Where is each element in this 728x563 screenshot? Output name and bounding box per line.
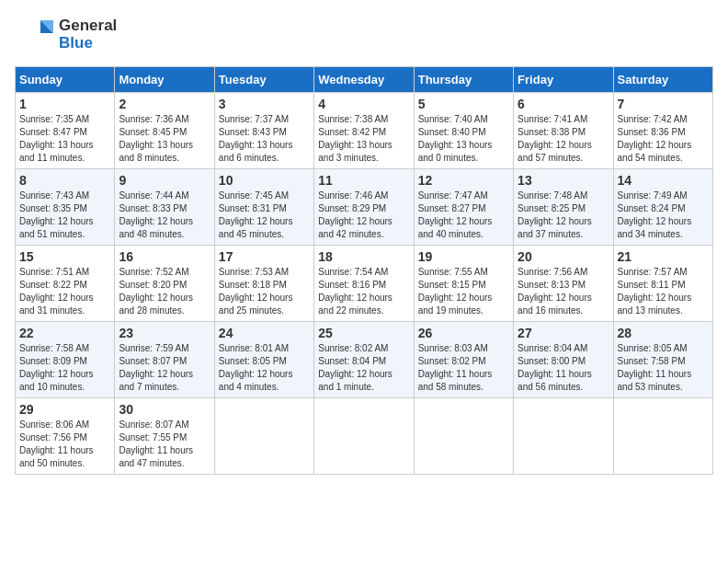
day-cell: 1Sunrise: 7:35 AMSunset: 8:47 PMDaylight… (16, 93, 115, 169)
day-number: 4 (318, 97, 409, 111)
day-cell: 23Sunrise: 7:59 AMSunset: 8:07 PMDayligh… (115, 322, 214, 398)
day-number: 22 (19, 326, 110, 340)
day-cell: 28Sunrise: 8:05 AMSunset: 7:58 PMDayligh… (613, 322, 712, 398)
col-header-thursday: Thursday (414, 67, 513, 93)
day-info: Sunrise: 7:57 AMSunset: 8:11 PMDaylight:… (618, 266, 709, 317)
day-cell: 15Sunrise: 7:51 AMSunset: 8:22 PMDayligh… (16, 246, 115, 322)
day-cell: 5Sunrise: 7:40 AMSunset: 8:40 PMDaylight… (414, 93, 513, 169)
day-number: 10 (219, 173, 310, 188)
day-number: 15 (19, 249, 110, 264)
day-cell (613, 398, 712, 475)
day-info: Sunrise: 7:51 AMSunset: 8:22 PMDaylight:… (19, 266, 110, 317)
day-info: Sunrise: 7:56 AMSunset: 8:13 PMDaylight:… (518, 266, 609, 317)
day-info: Sunrise: 7:53 AMSunset: 8:18 PMDaylight:… (219, 266, 310, 317)
logo-text: GeneralBlue (59, 17, 117, 52)
day-number: 3 (219, 97, 310, 111)
day-number: 6 (518, 97, 609, 111)
day-cell: 9Sunrise: 7:44 AMSunset: 8:33 PMDaylight… (115, 169, 214, 246)
week-row-4: 22Sunrise: 7:58 AMSunset: 8:09 PMDayligh… (16, 322, 713, 398)
day-cell: 10Sunrise: 7:45 AMSunset: 8:31 PMDayligh… (214, 169, 313, 246)
day-number: 21 (618, 249, 709, 264)
col-header-friday: Friday (514, 67, 613, 93)
day-number: 11 (318, 173, 409, 188)
day-cell: 27Sunrise: 8:04 AMSunset: 8:00 PMDayligh… (514, 322, 613, 398)
day-cell: 16Sunrise: 7:52 AMSunset: 8:20 PMDayligh… (115, 246, 214, 322)
day-info: Sunrise: 7:42 AMSunset: 8:36 PMDaylight:… (618, 113, 709, 165)
day-cell: 25Sunrise: 8:02 AMSunset: 8:04 PMDayligh… (314, 322, 414, 398)
day-cell: 30Sunrise: 8:07 AMSunset: 7:55 PMDayligh… (115, 398, 214, 475)
day-number: 25 (318, 326, 409, 340)
week-row-3: 15Sunrise: 7:51 AMSunset: 8:22 PMDayligh… (16, 246, 713, 322)
day-cell: 8Sunrise: 7:43 AMSunset: 8:35 PMDaylight… (16, 169, 115, 246)
day-info: Sunrise: 8:05 AMSunset: 7:58 PMDaylight:… (618, 342, 709, 394)
day-number: 29 (19, 402, 110, 417)
calendar-header-row: SundayMondayTuesdayWednesdayThursdayFrid… (16, 67, 713, 93)
page-header: GeneralBlue (15, 15, 713, 55)
day-number: 19 (418, 249, 509, 264)
day-number: 28 (618, 326, 709, 340)
day-info: Sunrise: 7:52 AMSunset: 8:20 PMDaylight:… (119, 266, 210, 317)
day-cell: 29Sunrise: 8:06 AMSunset: 7:56 PMDayligh… (16, 398, 115, 475)
day-info: Sunrise: 8:03 AMSunset: 8:02 PMDaylight:… (418, 342, 509, 394)
calendar-table: SundayMondayTuesdayWednesdayThursdayFrid… (15, 66, 713, 475)
day-number: 7 (618, 97, 709, 111)
week-row-1: 1Sunrise: 7:35 AMSunset: 8:47 PMDaylight… (16, 93, 713, 169)
day-cell: 7Sunrise: 7:42 AMSunset: 8:36 PMDaylight… (613, 93, 712, 169)
day-number: 26 (418, 326, 509, 340)
day-info: Sunrise: 7:45 AMSunset: 8:31 PMDaylight:… (219, 190, 310, 241)
day-info: Sunrise: 7:41 AMSunset: 8:38 PMDaylight:… (518, 113, 609, 165)
day-info: Sunrise: 8:01 AMSunset: 8:05 PMDaylight:… (219, 342, 310, 394)
day-number: 5 (418, 97, 509, 111)
day-number: 18 (318, 249, 409, 264)
day-cell: 21Sunrise: 7:57 AMSunset: 8:11 PMDayligh… (613, 246, 712, 322)
day-info: Sunrise: 7:49 AMSunset: 8:24 PMDaylight:… (618, 190, 709, 241)
col-header-monday: Monday (115, 67, 214, 93)
day-cell: 6Sunrise: 7:41 AMSunset: 8:38 PMDaylight… (514, 93, 613, 169)
col-header-tuesday: Tuesday (214, 67, 313, 93)
day-number: 12 (418, 173, 509, 188)
day-cell: 17Sunrise: 7:53 AMSunset: 8:18 PMDayligh… (214, 246, 313, 322)
day-info: Sunrise: 7:46 AMSunset: 8:29 PMDaylight:… (318, 190, 409, 241)
day-cell: 18Sunrise: 7:54 AMSunset: 8:16 PMDayligh… (314, 246, 414, 322)
day-info: Sunrise: 7:37 AMSunset: 8:43 PMDaylight:… (219, 113, 310, 165)
day-info: Sunrise: 7:36 AMSunset: 8:45 PMDaylight:… (119, 113, 210, 165)
day-cell: 22Sunrise: 7:58 AMSunset: 8:09 PMDayligh… (16, 322, 115, 398)
week-row-2: 8Sunrise: 7:43 AMSunset: 8:35 PMDaylight… (16, 169, 713, 246)
day-cell: 26Sunrise: 8:03 AMSunset: 8:02 PMDayligh… (414, 322, 513, 398)
day-number: 24 (219, 326, 310, 340)
logo: GeneralBlue (15, 15, 117, 55)
day-info: Sunrise: 7:44 AMSunset: 8:33 PMDaylight:… (119, 190, 210, 241)
day-number: 14 (618, 173, 709, 188)
day-number: 27 (518, 326, 609, 340)
day-number: 8 (19, 173, 110, 188)
day-info: Sunrise: 8:02 AMSunset: 8:04 PMDaylight:… (318, 342, 409, 394)
week-row-5: 29Sunrise: 8:06 AMSunset: 7:56 PMDayligh… (16, 398, 713, 475)
day-cell: 19Sunrise: 7:55 AMSunset: 8:15 PMDayligh… (414, 246, 513, 322)
day-cell: 14Sunrise: 7:49 AMSunset: 8:24 PMDayligh… (613, 169, 712, 246)
day-cell: 24Sunrise: 8:01 AMSunset: 8:05 PMDayligh… (214, 322, 313, 398)
col-header-saturday: Saturday (613, 67, 712, 93)
day-info: Sunrise: 7:48 AMSunset: 8:25 PMDaylight:… (518, 190, 609, 241)
day-cell (214, 398, 313, 475)
day-cell (414, 398, 513, 475)
day-cell: 20Sunrise: 7:56 AMSunset: 8:13 PMDayligh… (514, 246, 613, 322)
day-number: 17 (219, 249, 310, 264)
day-info: Sunrise: 7:59 AMSunset: 8:07 PMDaylight:… (119, 342, 210, 394)
day-cell: 4Sunrise: 7:38 AMSunset: 8:42 PMDaylight… (314, 93, 414, 169)
day-number: 20 (518, 249, 609, 264)
day-info: Sunrise: 7:35 AMSunset: 8:47 PMDaylight:… (19, 113, 110, 165)
day-cell: 2Sunrise: 7:36 AMSunset: 8:45 PMDaylight… (115, 93, 214, 169)
day-number: 23 (119, 326, 210, 340)
day-info: Sunrise: 7:38 AMSunset: 8:42 PMDaylight:… (318, 113, 409, 165)
day-info: Sunrise: 7:55 AMSunset: 8:15 PMDaylight:… (418, 266, 509, 317)
col-header-wednesday: Wednesday (314, 67, 414, 93)
day-info: Sunrise: 8:04 AMSunset: 8:00 PMDaylight:… (518, 342, 609, 394)
day-number: 2 (119, 97, 210, 111)
day-cell: 11Sunrise: 7:46 AMSunset: 8:29 PMDayligh… (314, 169, 414, 246)
day-cell: 3Sunrise: 7:37 AMSunset: 8:43 PMDaylight… (214, 93, 313, 169)
day-info: Sunrise: 7:58 AMSunset: 8:09 PMDaylight:… (19, 342, 110, 394)
col-header-sunday: Sunday (16, 67, 115, 93)
day-info: Sunrise: 7:43 AMSunset: 8:35 PMDaylight:… (19, 190, 110, 241)
day-info: Sunrise: 8:07 AMSunset: 7:55 PMDaylight:… (119, 419, 210, 470)
day-cell (314, 398, 414, 475)
